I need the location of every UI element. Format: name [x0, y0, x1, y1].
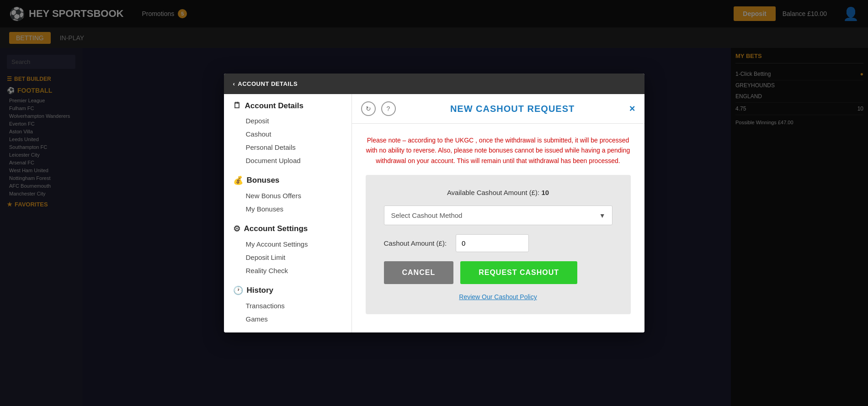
nav-deposit[interactable]: Deposit: [233, 114, 342, 127]
nav-document-upload[interactable]: Document Upload: [233, 154, 342, 167]
nav-bonuses-title: 💰 Bonuses: [233, 175, 342, 185]
nav-games[interactable]: Games: [233, 312, 342, 326]
warning-message: Please note – according to the UKGC , on…: [366, 135, 631, 166]
policy-link[interactable]: Review Our Cashout Policy: [384, 293, 612, 301]
content-header: ↻ ? NEW CASHOUT REQUEST ×: [352, 94, 644, 124]
bonuses-icon: 💰: [233, 175, 243, 185]
help-icon[interactable]: ?: [381, 101, 396, 116]
action-buttons: CANCEL REQUEST CASHOUT: [384, 261, 612, 284]
available-label: Available Cashout Amount (£):: [447, 189, 539, 196]
modal-title: NEW CASHOUT REQUEST: [396, 104, 629, 114]
modal-header: ‹ ACCOUNT DETAILS: [224, 74, 644, 94]
nav-my-account-settings[interactable]: My Account Settings: [233, 237, 342, 251]
nav-new-bonus-offers[interactable]: New Bonus Offers: [233, 189, 342, 202]
nav-account-details-title: 🗒 Account Details: [233, 101, 342, 111]
close-button[interactable]: ×: [629, 104, 635, 114]
cashout-method-select[interactable]: Select Cashout Method: [384, 206, 612, 225]
history-icon: 🕐: [233, 285, 243, 295]
nav-my-bonuses[interactable]: My Bonuses: [233, 202, 342, 216]
cashout-amount-input[interactable]: [456, 234, 529, 252]
account-settings-icon: ⚙: [233, 224, 240, 234]
nav-cashout[interactable]: Cashout: [233, 127, 342, 141]
modal-content: ↻ ? NEW CASHOUT REQUEST × Please note – …: [352, 94, 644, 332]
nav-deposit-limit[interactable]: Deposit Limit: [233, 251, 342, 264]
modal-overlay: ‹ ACCOUNT DETAILS 🗒 Account Details Depo…: [0, 0, 868, 406]
cashout-modal: ‹ ACCOUNT DETAILS 🗒 Account Details Depo…: [224, 74, 644, 332]
amount-label: Cashout Amount (£):: [384, 239, 447, 247]
available-value: 10: [541, 189, 549, 196]
cashout-method-wrapper: Select Cashout Method ▼: [384, 206, 612, 225]
nav-reality-check[interactable]: Reality Check: [233, 264, 342, 277]
nav-account-settings-title: ⚙ Account Settings: [233, 224, 342, 234]
header-icons: ↻ ?: [361, 101, 396, 116]
nav-history-title: 🕐 History: [233, 285, 342, 295]
content-body: Please note – according to the UKGC , on…: [352, 124, 644, 332]
modal-nav: 🗒 Account Details Deposit Cashout Person…: [224, 94, 352, 332]
modal-body: 🗒 Account Details Deposit Cashout Person…: [224, 94, 644, 332]
account-details-icon: 🗒: [233, 101, 241, 111]
back-chevron-icon: ‹: [233, 80, 235, 87]
available-amount-row: Available Cashout Amount (£): 10: [384, 189, 612, 196]
cashout-amount-row: Cashout Amount (£):: [384, 234, 612, 252]
cashout-form-area: Available Cashout Amount (£): 10 Select …: [366, 175, 631, 314]
cancel-button[interactable]: CANCEL: [384, 261, 454, 284]
refresh-icon[interactable]: ↻: [361, 101, 376, 116]
back-button[interactable]: ‹ ACCOUNT DETAILS: [233, 80, 298, 87]
request-cashout-button[interactable]: REQUEST CASHOUT: [460, 261, 577, 284]
nav-personal-details[interactable]: Personal Details: [233, 141, 342, 154]
nav-transactions[interactable]: Transactions: [233, 299, 342, 312]
